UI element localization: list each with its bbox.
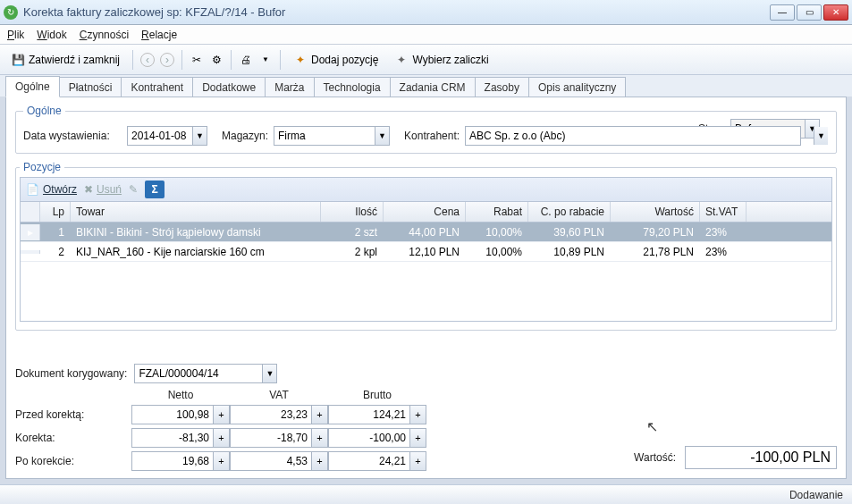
tools-icon[interactable]: ✂	[190, 53, 204, 67]
before-vat[interactable]	[230, 405, 312, 424]
sum-button[interactable]: Σ	[145, 181, 164, 198]
lbl-corr: Korekta:	[15, 432, 131, 444]
tab-platnosci[interactable]: Płatności	[59, 77, 122, 97]
tab-zadania-crm[interactable]: Zadania CRM	[390, 77, 476, 97]
group-ogolne: Ogólne Stan: ▼ Data wystawienia: ▼ Magaz…	[15, 105, 837, 154]
cell-ilosc: 2 kpl	[321, 244, 384, 260]
tab-dodatkowe[interactable]: Dodatkowe	[192, 77, 266, 97]
title-bar: ↻ Korekta faktury zaliczkowej sp: KFZAL/…	[0, 0, 852, 25]
nav-fwd-icon[interactable]: ›	[160, 53, 174, 67]
col-wartosc[interactable]: Wartość	[611, 202, 700, 222]
toolbar-sep	[181, 50, 182, 70]
hdr-netto: Netto	[131, 389, 230, 401]
menu-relacje[interactable]: Relacje	[141, 29, 177, 41]
tab-marza[interactable]: Marża	[265, 77, 314, 97]
col-cpo[interactable]: C. po rabacie	[528, 202, 611, 222]
chevron-down-icon[interactable]: ▼	[814, 127, 828, 145]
maximize-button[interactable]: ▭	[797, 4, 822, 21]
tab-technologia[interactable]: Technologia	[314, 77, 391, 97]
corr-netto[interactable]	[131, 428, 214, 448]
table-header: Lp Towar Ilość Cena Rabat C. po rabacie …	[21, 202, 831, 223]
after-netto[interactable]	[131, 451, 214, 471]
col-stvat[interactable]: St.VAT	[700, 202, 747, 222]
tab-kontrahent[interactable]: Kontrahent	[121, 77, 193, 97]
table-body: ▸ 1 BIKINI - Bikini - Strój kąpielowy da…	[21, 223, 831, 321]
total-value[interactable]	[685, 446, 837, 469]
plus-button[interactable]: +	[410, 428, 426, 448]
after-brutto[interactable]	[328, 451, 410, 471]
col-rabat[interactable]: Rabat	[466, 202, 528, 222]
legend-ogolne: Ogólne	[23, 105, 65, 117]
settings-icon[interactable]: ⚙	[209, 53, 224, 67]
magazyn-combo[interactable]	[274, 126, 390, 146]
cell-lp: 2	[40, 244, 71, 260]
nav-back-icon[interactable]: ‹	[140, 53, 155, 67]
kontrahent-label: Kontrahent:	[404, 130, 460, 142]
status-mode: Dodawanie	[789, 489, 843, 501]
chevron-down-icon[interactable]: ▼	[375, 127, 389, 145]
summary-headers: Netto VAT Brutto	[131, 389, 837, 401]
pozycje-table: Lp Towar Ilość Cena Rabat C. po rabacie …	[20, 202, 832, 322]
dropdown-icon[interactable]: ▼	[258, 53, 273, 67]
col-cena[interactable]: Cena	[384, 202, 466, 222]
tab-zasoby[interactable]: Zasoby	[475, 77, 529, 97]
before-brutto[interactable]	[328, 405, 410, 424]
cell-wartosc: 79,20 PLN	[611, 224, 700, 240]
plus-button[interactable]: +	[312, 451, 328, 471]
col-lp[interactable]: Lp	[40, 202, 71, 222]
cell-rabat: 10,00%	[466, 244, 528, 260]
cell-stvat: 23%	[700, 224, 747, 240]
col-towar[interactable]: Towar	[71, 202, 321, 222]
sum-row-corr: Korekta: + + +	[15, 428, 837, 448]
pozycje-toolbar: 📄 Otwórz ✖ Usuń ✎ Σ	[20, 177, 832, 202]
cursor-icon: ↖	[646, 418, 658, 435]
lbl-before: Przed korektą:	[15, 408, 131, 421]
save-close-label: Zatwierdź i zamknij	[29, 54, 120, 66]
plus-button[interactable]: +	[214, 451, 230, 471]
add-position-button[interactable]: ✦ Dodaj pozycję	[288, 50, 384, 70]
magazyn-label: Magazyn:	[222, 130, 268, 142]
tab-opis[interactable]: Opis analityczny	[528, 77, 626, 97]
tab-bar: Ogólne Płatności Kontrahent Dodatkowe Ma…	[0, 75, 852, 97]
plus-button[interactable]: +	[312, 428, 328, 448]
print-icon[interactable]: 🖨	[239, 53, 253, 67]
menu-widok[interactable]: Widok	[37, 29, 66, 41]
open-button[interactable]: 📄 Otwórz	[26, 183, 77, 196]
chevron-down-icon[interactable]: ▼	[262, 365, 276, 382]
before-netto[interactable]	[131, 405, 214, 424]
close-button[interactable]: ✕	[823, 4, 848, 21]
plus-button[interactable]: +	[214, 428, 230, 448]
legend-pozycje: Pozycje	[20, 161, 64, 173]
date-label: Data wystawienia:	[23, 130, 122, 142]
choose-advances-button[interactable]: ✦ Wybierz zaliczki	[389, 50, 493, 70]
menu-czynnosci[interactable]: Czynności	[80, 29, 129, 41]
plus-button[interactable]: +	[312, 405, 328, 424]
corr-vat[interactable]	[230, 428, 312, 448]
corr-brutto[interactable]	[328, 428, 410, 448]
cell-cpo: 39,60 PLN	[528, 224, 611, 240]
dok-combo[interactable]	[134, 364, 277, 383]
after-vat[interactable]	[230, 451, 312, 471]
kontrahent-combo[interactable]	[465, 126, 801, 146]
hdr-vat: VAT	[230, 389, 328, 401]
chevron-down-icon[interactable]: ▼	[192, 127, 207, 145]
wand-icon: ✦	[394, 53, 409, 67]
window-title: Korekta faktury zaliczkowej sp: KFZAL/?/…	[23, 5, 770, 19]
table-row[interactable]: 2 KIJ_NAR_160 - Kije narciarskie 160 cm …	[21, 242, 831, 262]
plus-button[interactable]: +	[214, 405, 230, 424]
toolbar-sep	[280, 50, 281, 70]
col-ilosc[interactable]: Ilość	[321, 202, 384, 222]
tab-ogolne[interactable]: Ogólne	[5, 76, 60, 97]
plus-button[interactable]: +	[410, 451, 426, 471]
cell-towar: BIKINI - Bikini - Strój kąpielowy damski	[71, 224, 321, 240]
delete-button[interactable]: ✖ Usuń	[84, 183, 122, 196]
menu-plik[interactable]: Plik	[7, 29, 24, 41]
plus-button[interactable]: +	[410, 405, 426, 424]
save-close-button[interactable]: 💾 Zatwierdź i zamknij	[5, 50, 125, 70]
open-label: Otwórz	[43, 183, 77, 196]
edit-button[interactable]: ✎	[129, 183, 138, 196]
table-row[interactable]: ▸ 1 BIKINI - Bikini - Strój kąpielowy da…	[21, 223, 831, 242]
cell-cena: 44,00 PLN	[384, 224, 466, 240]
minimize-button[interactable]: —	[770, 4, 795, 21]
edit-icon: ✎	[129, 183, 138, 196]
